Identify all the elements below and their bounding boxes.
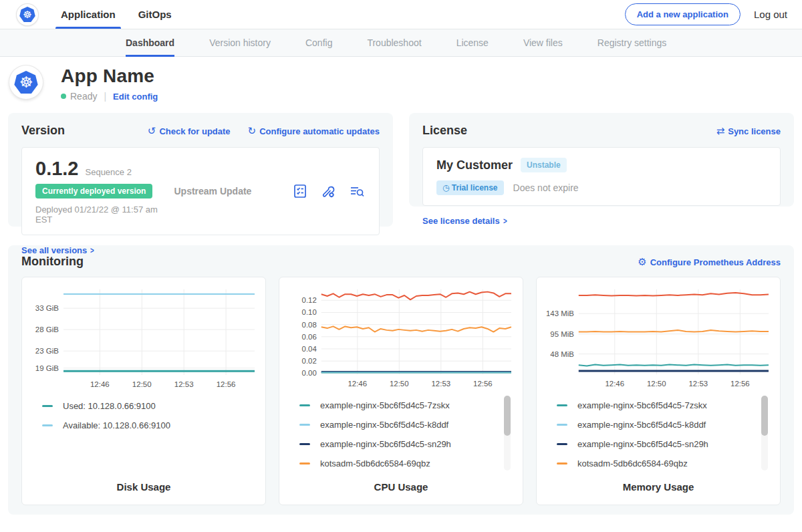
app-subnav: Dashboard Version history Config Trouble…	[0, 29, 802, 57]
monitoring-title: Monitoring	[21, 255, 84, 269]
legend-label: Available: 10.128.0.66:9100	[63, 420, 170, 430]
see-all-versions-link[interactable]: See all versions>	[21, 245, 95, 255]
trial-license-badge: ◷ Trial license	[436, 180, 504, 195]
svg-text:12:56: 12:56	[730, 380, 750, 388]
version-card: Version ↺Check for update ↻Configure aut…	[8, 113, 393, 227]
check-for-update-link[interactable]: ↺Check for update	[148, 125, 231, 137]
svg-text:12:53: 12:53	[432, 380, 451, 388]
tab-config[interactable]: Config	[305, 29, 332, 56]
legend-item: example-nginx-5bc6f5d4c5-7zskx	[557, 396, 756, 415]
sync-license-link[interactable]: ⇄Sync license	[716, 125, 781, 137]
config-wrench-gear-icon[interactable]	[320, 183, 336, 199]
license-card-title: License	[422, 124, 467, 138]
legend-color-dash	[299, 424, 310, 426]
chart-card-memory-usage: 48 MiB95 MiB143 MiB12:4612:5012:5312:56e…	[536, 277, 781, 505]
memory-usage-legend: example-nginx-5bc6f5d4c5-7zskxexample-ng…	[545, 394, 772, 473]
legend-color-dash	[557, 424, 567, 426]
chevron-right-icon: >	[90, 245, 94, 255]
configure-prometheus-link[interactable]: ⚙Configure Prometheus Address	[638, 256, 781, 268]
add-new-application-button[interactable]: Add a new application	[625, 3, 741, 25]
svg-text:0.10: 0.10	[302, 308, 317, 316]
nav-tab-gitops[interactable]: GitOps	[137, 0, 173, 29]
legend-label: Used: 10.128.0.66:9100	[63, 401, 156, 411]
chart-title: CPU Usage	[287, 473, 515, 505]
chevron-right-icon: >	[503, 216, 507, 226]
svg-text:12:56: 12:56	[473, 380, 493, 388]
legend-scrollbar-thumb[interactable]	[761, 396, 768, 436]
app-header: ☸ App Name Ready | Edit config	[0, 57, 802, 111]
svg-text:12:50: 12:50	[390, 380, 409, 388]
svg-text:12:50: 12:50	[132, 380, 152, 388]
tab-registry-settings[interactable]: Registry settings	[597, 29, 666, 56]
chart-card-disk-usage: 19 GiB23 GiB28 GiB33 GiB12:4612:5012:531…	[21, 277, 266, 505]
disk-usage-plot: 19 GiB23 GiB28 GiB33 GiB12:4612:5012:531…	[30, 284, 259, 391]
svg-text:12:46: 12:46	[605, 380, 624, 388]
legend-label: kotsadm-5db6dc6584-69qbz	[320, 458, 430, 469]
legend-color-dash	[299, 404, 310, 406]
legend-color-dash	[557, 443, 567, 445]
svg-text:23 GiB: 23 GiB	[35, 347, 59, 355]
svg-text:33 GiB: 33 GiB	[35, 304, 59, 312]
chart-title: Disk Usage	[30, 473, 257, 505]
svg-text:12:53: 12:53	[174, 380, 194, 388]
configure-automatic-updates-link[interactable]: ↻Configure automatic updates	[248, 125, 380, 137]
legend-color-dash	[557, 462, 567, 464]
tab-license[interactable]: License	[456, 29, 489, 56]
svg-text:12:46: 12:46	[348, 380, 367, 388]
disk-usage-legend: Used: 10.128.0.66:9100Available: 10.128.…	[30, 395, 257, 435]
legend-item: Available: 10.128.0.66:9100	[42, 416, 241, 435]
legend-item: example-nginx-5bc6f5d4c5-7zskx	[299, 396, 499, 415]
legend-color-dash	[557, 404, 567, 406]
sync-arrows-icon: ⇄	[716, 125, 725, 136]
legend-scrollbar-thumb[interactable]	[504, 396, 511, 436]
legend-label: example-nginx-5bc6f5d4c5-k8ddf	[320, 420, 448, 430]
divider: |	[104, 91, 106, 102]
memory-usage-plot: 48 MiB95 MiB143 MiB12:4612:5012:5312:56	[545, 284, 773, 390]
channel-badge: Unstable	[521, 158, 567, 172]
version-source-label: Upstream Update	[174, 186, 292, 196]
license-details-row: My Customer Unstable ◷ Trial license Doe…	[422, 147, 781, 206]
legend-item: example-nginx-5bc6f5d4c5-sn29h	[557, 434, 756, 454]
legend-item: Used: 10.128.0.66:9100	[42, 396, 241, 416]
svg-text:19 GiB: 19 GiB	[35, 364, 59, 372]
monitoring-section: Monitoring ⚙Configure Prometheus Address…	[8, 245, 794, 515]
svg-text:0.12: 0.12	[302, 296, 317, 304]
version-sequence: Sequence 2	[86, 167, 132, 177]
deploy-logs-search-icon[interactable]	[348, 183, 366, 199]
gear-icon: ⚙	[638, 256, 646, 267]
legend-color-dash	[42, 405, 53, 407]
legend-color-dash	[299, 462, 310, 464]
legend-color-dash	[299, 443, 310, 445]
cpu-usage-plot: 0.000.020.040.060.080.100.1212:4612:5012…	[287, 284, 516, 390]
svg-text:12:56: 12:56	[217, 380, 236, 388]
kubernetes-logo-icon: ☸	[17, 4, 38, 25]
legend-label: example-nginx-5bc6f5d4c5-sn29h	[577, 439, 708, 449]
svg-text:28 GiB: 28 GiB	[35, 325, 59, 334]
nav-tab-application[interactable]: Application	[59, 0, 117, 29]
refresh-icon: ↺	[148, 125, 156, 136]
tab-dashboard[interactable]: Dashboard	[126, 29, 174, 56]
svg-text:0.02: 0.02	[302, 357, 317, 365]
edit-config-link[interactable]: Edit config	[113, 92, 158, 102]
chart-card-cpu-usage: 0.000.020.040.060.080.100.1212:4612:5012…	[279, 277, 523, 505]
tab-version-history[interactable]: Version history	[209, 29, 271, 56]
tab-troubleshoot[interactable]: Troubleshoot	[367, 29, 421, 56]
legend-item: example-nginx-5bc6f5d4c5-k8ddf	[299, 415, 499, 434]
svg-text:12:46: 12:46	[90, 380, 110, 388]
logout-button[interactable]: Log out	[754, 9, 787, 20]
status-dot	[61, 94, 66, 99]
legend-scrollbar[interactable]	[504, 396, 511, 471]
current-version-row: 0.1.2 Sequence 2 Currently deployed vers…	[21, 147, 380, 235]
svg-text:12:50: 12:50	[647, 380, 666, 388]
version-card-title: Version	[21, 124, 65, 138]
legend-label: example-nginx-5bc6f5d4c5-7zskx	[577, 400, 707, 410]
see-license-details-link[interactable]: See license details>	[422, 216, 507, 226]
legend-scrollbar[interactable]	[761, 396, 768, 471]
legend-label: example-nginx-5bc6f5d4c5-7zskx	[320, 400, 450, 410]
page-title: App Name	[61, 65, 158, 87]
preflight-checklist-icon[interactable]	[292, 183, 308, 199]
legend-item: kotsadm-5db6dc6584-69qbz	[299, 454, 499, 473]
currently-deployed-badge: Currently deployed version	[35, 184, 152, 198]
deployed-timestamp: Deployed 01/21/22 @ 11:57 am EST	[35, 205, 174, 225]
tab-view-files[interactable]: View files	[523, 29, 563, 56]
